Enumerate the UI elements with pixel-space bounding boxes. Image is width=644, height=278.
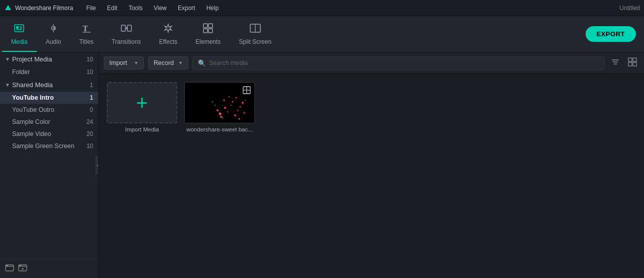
svg-rect-27 bbox=[628, 58, 632, 61]
effects-icon bbox=[163, 23, 174, 36]
svg-rect-14 bbox=[203, 24, 207, 28]
filter-icon[interactable] bbox=[609, 55, 622, 71]
sample-green-label: Sample Green Screen bbox=[12, 143, 75, 150]
toolbar-audio[interactable]: Audio bbox=[37, 16, 70, 52]
menu-edit[interactable]: Edit bbox=[102, 3, 123, 14]
svg-point-43 bbox=[217, 109, 219, 111]
window-title: Untitled bbox=[619, 5, 640, 12]
shared-media-label: Shared Media bbox=[12, 81, 53, 89]
media-icon bbox=[14, 23, 25, 36]
splitscreen-icon bbox=[250, 23, 261, 36]
grid-icon[interactable] bbox=[626, 55, 639, 71]
new-folder-button[interactable] bbox=[5, 263, 14, 274]
toolbar-splitscreen[interactable]: Split Screen bbox=[230, 16, 280, 52]
export-button[interactable]: EXPORT bbox=[586, 26, 636, 42]
svg-point-38 bbox=[229, 96, 230, 98]
record-dropdown[interactable]: Record ▼ bbox=[148, 56, 188, 70]
svg-point-42 bbox=[240, 106, 241, 108]
main-area: ▼ Project Media 10 Folder 10 ▼ Shared Me… bbox=[0, 52, 644, 278]
sidebar: ▼ Project Media 10 Folder 10 ▼ Shared Me… bbox=[0, 52, 99, 278]
youtube-outro-label: YouTube Outro bbox=[12, 106, 54, 113]
svg-rect-29 bbox=[628, 62, 632, 66]
project-media-arrow: ▼ bbox=[5, 56, 10, 62]
search-bar[interactable]: 🔍 bbox=[192, 56, 605, 70]
toolbar-effects[interactable]: Effects bbox=[150, 16, 186, 52]
elements-label: Elements bbox=[195, 38, 221, 45]
import-label: Import bbox=[109, 59, 127, 66]
collapse-arrow: ◀ bbox=[97, 163, 99, 168]
toolbar-elements[interactable]: Elements bbox=[186, 16, 230, 52]
transitions-icon bbox=[121, 23, 132, 36]
sample-video-count: 20 bbox=[87, 130, 93, 137]
svg-rect-17 bbox=[208, 29, 212, 33]
svg-point-7 bbox=[53, 28, 54, 29]
svg-point-35 bbox=[237, 110, 239, 111]
content-toolbar: Import ▼ Record ▼ 🔍 bbox=[99, 52, 644, 74]
toolbar-media[interactable]: Media bbox=[2, 16, 37, 52]
svg-point-45 bbox=[224, 100, 225, 101]
svg-point-51 bbox=[239, 118, 240, 120]
svg-point-48 bbox=[236, 97, 237, 99]
youtube-intro-count: 1 bbox=[90, 94, 93, 101]
sidebar-item-sample-video[interactable]: Sample Video 20 bbox=[0, 128, 98, 140]
svg-rect-16 bbox=[203, 29, 207, 33]
menu-file[interactable]: File bbox=[81, 3, 101, 14]
sample-green-count: 10 bbox=[87, 143, 93, 150]
video-thumb bbox=[184, 82, 255, 123]
record-chevron: ▼ bbox=[178, 60, 183, 65]
svg-rect-28 bbox=[633, 58, 636, 61]
menu-export[interactable]: Export bbox=[173, 3, 200, 14]
svg-point-44 bbox=[231, 105, 232, 106]
folder-label: Folder bbox=[12, 68, 30, 76]
sample-color-count: 24 bbox=[87, 118, 93, 125]
svg-point-50 bbox=[245, 100, 246, 101]
sidebar-section-shared-media: ▼ Shared Media 1 YouTube Intro 1 YouTube… bbox=[0, 78, 98, 152]
menu-tools[interactable]: Tools bbox=[123, 3, 148, 14]
new-bin-button[interactable] bbox=[18, 263, 27, 274]
svg-point-40 bbox=[234, 114, 236, 116]
video-tile[interactable]: wondershare-sweet bac... bbox=[184, 82, 255, 132]
svg-rect-1 bbox=[15, 25, 24, 32]
svg-rect-13 bbox=[127, 25, 131, 31]
sidebar-item-youtube-intro[interactable]: YouTube Intro 1 bbox=[0, 92, 98, 104]
import-media-thumb: + bbox=[107, 82, 177, 123]
svg-text:T: T bbox=[83, 24, 88, 33]
titles-icon: T bbox=[81, 23, 92, 36]
folder-count: 10 bbox=[87, 68, 93, 76]
sidebar-section-project-media: ▼ Project Media 10 Folder 10 bbox=[0, 52, 98, 78]
transitions-label: Transitions bbox=[112, 38, 141, 45]
svg-point-49 bbox=[220, 116, 222, 118]
project-media-header[interactable]: ▼ Project Media 10 bbox=[0, 52, 98, 66]
sidebar-item-folder[interactable]: Folder 10 bbox=[0, 66, 98, 78]
import-media-tile[interactable]: + Import Media bbox=[107, 82, 177, 132]
toolbar-titles[interactable]: T Titles bbox=[70, 16, 102, 52]
toolbar-transitions[interactable]: Transitions bbox=[103, 16, 150, 52]
media-label: Media bbox=[11, 38, 28, 45]
sidebar-collapse-handle[interactable]: ◀ bbox=[95, 155, 99, 175]
svg-point-47 bbox=[212, 101, 213, 102]
svg-marker-0 bbox=[5, 5, 11, 10]
menu-help[interactable]: Help bbox=[201, 3, 224, 14]
app-logo: Wondershare Filmora bbox=[4, 4, 73, 12]
shared-media-header[interactable]: ▼ Shared Media 1 bbox=[0, 78, 98, 92]
menu-view[interactable]: View bbox=[149, 3, 172, 14]
import-chevron: ▼ bbox=[134, 60, 138, 65]
import-plus-icon: + bbox=[136, 93, 148, 113]
sample-color-label: Sample Color bbox=[12, 118, 50, 125]
svg-point-32 bbox=[224, 107, 226, 109]
search-input[interactable] bbox=[209, 59, 599, 66]
sidebar-item-sample-green[interactable]: Sample Green Screen 10 bbox=[0, 140, 98, 152]
sidebar-item-sample-color[interactable]: Sample Color 24 bbox=[0, 116, 98, 128]
import-media-label: Import Media bbox=[125, 126, 159, 132]
titlebar: Wondershare Filmora File Edit Tools View… bbox=[0, 0, 644, 16]
svg-rect-15 bbox=[208, 24, 212, 28]
svg-rect-12 bbox=[121, 25, 125, 31]
svg-rect-30 bbox=[633, 62, 636, 66]
menu-bar: File Edit Tools View Export Help bbox=[81, 3, 224, 14]
svg-rect-2 bbox=[16, 26, 19, 29]
shared-media-arrow: ▼ bbox=[5, 82, 10, 88]
svg-point-37 bbox=[242, 102, 244, 104]
main-toolbar: Media Audio T Titles bbox=[0, 16, 644, 52]
import-dropdown[interactable]: Import ▼ bbox=[104, 56, 144, 70]
sidebar-item-youtube-outro[interactable]: YouTube Outro 0 bbox=[0, 104, 98, 116]
